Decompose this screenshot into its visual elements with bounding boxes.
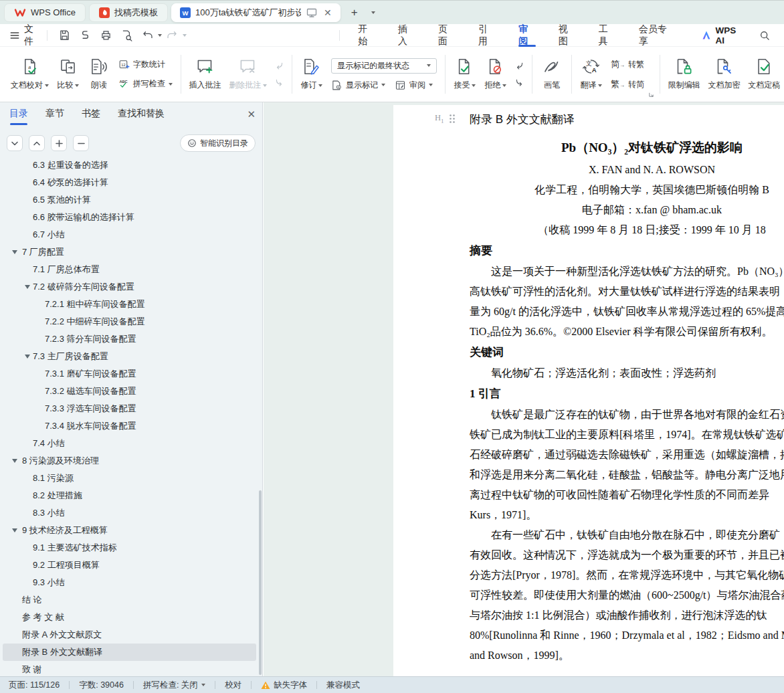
redo-options-chevron-icon[interactable] bbox=[183, 34, 187, 37]
toc-item[interactable]: 6.3 起重设备的选择 bbox=[3, 159, 256, 174]
missing-font-warning[interactable]: 缺失字体 bbox=[261, 680, 307, 691]
previous-comment-icon[interactable] bbox=[274, 61, 284, 71]
toc-item[interactable]: 7.3.3 浮选车间设备配置 bbox=[3, 400, 256, 417]
tab-list-chevron-icon[interactable] bbox=[365, 5, 381, 21]
expand-arrow-icon[interactable] bbox=[12, 528, 17, 532]
toc-item[interactable]: 7.2 破碎筛分车间设备配置 bbox=[3, 278, 256, 296]
brush-button[interactable]: 画笔 bbox=[536, 56, 567, 92]
menu-tab-insert[interactable]: 插入 bbox=[387, 24, 427, 47]
doc-proof-button[interactable]: a 文档校对 bbox=[7, 56, 53, 92]
toc-item[interactable]: 9.3 小结 bbox=[3, 574, 256, 591]
menu-tab-view[interactable]: 视图 bbox=[547, 24, 587, 47]
expand-all-button[interactable] bbox=[7, 135, 23, 151]
search-icon[interactable] bbox=[759, 29, 771, 41]
sidebar-tab-bookmarks[interactable]: 书签 bbox=[82, 108, 100, 125]
toc-item[interactable]: 8.2 处理措施 bbox=[3, 487, 256, 504]
sidebar-tab-find-replace[interactable]: 查找和替换 bbox=[118, 108, 165, 125]
spell-check-button[interactable]: ABC 拼写检查 bbox=[118, 78, 173, 90]
export-pdf-icon[interactable] bbox=[79, 29, 92, 41]
read-aloud-button[interactable]: 朗读 bbox=[84, 56, 114, 92]
toc-item[interactable]: 7.2.3 筛分车间设备配置 bbox=[3, 330, 256, 348]
next-change-icon[interactable] bbox=[514, 78, 524, 88]
dialog-launcher-icon[interactable] bbox=[648, 92, 654, 98]
sidebar-scrollbar-thumb[interactable] bbox=[259, 490, 262, 675]
to-simplified-button[interactable]: 繁→ 转简 bbox=[611, 78, 644, 90]
menu-tab-page[interactable]: 页面 bbox=[427, 24, 467, 47]
expand-arrow-icon[interactable] bbox=[12, 459, 17, 463]
tab-wps-office[interactable]: WPS Office bbox=[4, 3, 86, 22]
zoom-in-toc-button[interactable] bbox=[51, 135, 67, 151]
toc-item[interactable]: 7.3 主厂房设备配置 bbox=[3, 348, 256, 365]
markup-state-dropdown[interactable]: 显示标记的最终状态 bbox=[331, 58, 437, 74]
toc-item[interactable]: 9.2 工程项目概算 bbox=[3, 557, 256, 574]
toc-item[interactable]: 9.1 主要选矿技术指标 bbox=[3, 539, 256, 557]
toc-item[interactable]: 致 谢 bbox=[3, 661, 256, 675]
expand-arrow-icon[interactable] bbox=[25, 355, 30, 359]
previous-change-icon[interactable] bbox=[514, 61, 524, 71]
word-count-indicator[interactable]: 字数: 39046 bbox=[79, 680, 124, 691]
proofread-button[interactable]: 校对 bbox=[225, 680, 241, 691]
delete-comment-button[interactable]: 删除批注 bbox=[225, 56, 271, 92]
show-markup-button[interactable]: 显示标记 bbox=[331, 80, 385, 91]
expand-arrow-icon[interactable] bbox=[25, 285, 30, 289]
toc-item[interactable]: 8.1 污染源 bbox=[3, 470, 256, 487]
toc-item[interactable]: 8.3 小结 bbox=[3, 504, 256, 522]
file-menu[interactable]: 文件 bbox=[9, 23, 40, 47]
insert-comment-button[interactable]: 插入批注 bbox=[185, 56, 225, 92]
toc-item[interactable]: 6.6 胶带运输机的选择计算 bbox=[3, 209, 256, 226]
to-traditional-button[interactable]: 简→ 转繁 bbox=[611, 58, 644, 70]
print-preview-icon[interactable] bbox=[120, 29, 133, 41]
toc-item[interactable]: 7.3.2 磁选车间设备配置 bbox=[3, 383, 256, 400]
translate-button[interactable]: 文A 翻译 bbox=[576, 56, 607, 92]
redo-icon[interactable] bbox=[166, 29, 179, 41]
tab-document-active[interactable]: W 100万ta钛铁矿选矿厂初步设计 ✕ bbox=[171, 3, 340, 22]
menu-tab-home[interactable]: 开始 bbox=[347, 24, 387, 47]
zoom-out-toc-button[interactable] bbox=[73, 135, 89, 151]
undo-icon[interactable] bbox=[141, 29, 154, 41]
compat-mode-indicator[interactable]: 兼容模式 bbox=[326, 680, 360, 691]
toc-item[interactable]: 附录 B 外文文献翻译 bbox=[3, 644, 256, 661]
toc-item[interactable]: 7.3.1 磨矿车间设备配置 bbox=[3, 365, 256, 383]
encrypt-button[interactable]: 文档加密 bbox=[704, 56, 745, 92]
accept-button[interactable]: 接受 bbox=[450, 56, 480, 92]
document-page[interactable]: H1 附录 B 外文文献翻译Pb（NO₃）₂对钛铁矿浮选的影响X. FAN an… bbox=[393, 105, 784, 676]
toc-item[interactable]: 7.2.2 中细碎车间设备配置 bbox=[3, 313, 256, 330]
toc-item[interactable]: 参 考 文 献 bbox=[3, 609, 256, 626]
menu-tab-tools[interactable]: 工具 bbox=[587, 24, 627, 47]
new-tab-button[interactable]: + bbox=[347, 5, 363, 21]
sidebar-tab-chapters[interactable]: 章节 bbox=[45, 108, 64, 125]
close-tab-icon[interactable]: ✕ bbox=[322, 7, 333, 18]
toc-item[interactable]: 7.2.1 粗中碎车间设备配置 bbox=[3, 296, 256, 313]
undo-options-chevron-icon[interactable] bbox=[158, 34, 162, 37]
toc-item[interactable]: 7.3.4 脱水车间设备配置 bbox=[3, 417, 256, 435]
reject-button[interactable]: 拒绝 bbox=[480, 56, 511, 92]
review-pane-button[interactable]: 审阅 bbox=[395, 80, 433, 91]
word-count-button[interactable]: 12 字数统计 bbox=[118, 59, 173, 70]
toc-item[interactable]: 附录 A 外文文献原文 bbox=[3, 626, 256, 644]
toc-item[interactable]: 6.4 砂泵的选择计算 bbox=[3, 174, 256, 191]
monitor-icon[interactable] bbox=[306, 7, 318, 18]
toc-item[interactable]: 7.1 厂房总体布置 bbox=[3, 261, 256, 278]
close-sidebar-icon[interactable]: ✕ bbox=[247, 108, 256, 124]
toc-item[interactable]: 8 污染源及环境治理 bbox=[3, 452, 256, 470]
next-comment-icon[interactable] bbox=[274, 78, 284, 88]
toc-item[interactable]: 7.4 小结 bbox=[3, 435, 256, 452]
toc-item[interactable]: 6.7 小结 bbox=[3, 226, 256, 243]
restrict-edit-button[interactable]: 限制编辑 bbox=[664, 56, 704, 92]
menu-tab-reference[interactable]: 引用 bbox=[467, 24, 507, 47]
spell-check-status[interactable]: 拼写检查: 关闭 bbox=[143, 680, 205, 691]
page-indicator[interactable]: 页面: 115/126 bbox=[9, 680, 60, 691]
collapse-all-button[interactable] bbox=[29, 135, 45, 151]
wps-ai-button[interactable]: WPS AI bbox=[701, 25, 744, 45]
toc-item[interactable]: 7 厂房配置 bbox=[3, 243, 256, 261]
menu-tab-member[interactable]: 会员专享 bbox=[627, 24, 685, 47]
save-icon[interactable] bbox=[58, 29, 71, 41]
drag-handle-icon[interactable] bbox=[449, 114, 456, 124]
tab-zhaogaoke[interactable]: 找稿壳模板 bbox=[89, 3, 168, 22]
expand-arrow-icon[interactable] bbox=[12, 250, 17, 254]
menu-tab-review[interactable]: 审阅 bbox=[507, 24, 547, 47]
toc-item[interactable]: 6.5 泵池的计算 bbox=[3, 191, 256, 209]
compare-button[interactable]: 比较 bbox=[53, 56, 84, 92]
toc-item[interactable]: 结 论 bbox=[3, 591, 256, 609]
print-icon[interactable] bbox=[100, 29, 112, 41]
